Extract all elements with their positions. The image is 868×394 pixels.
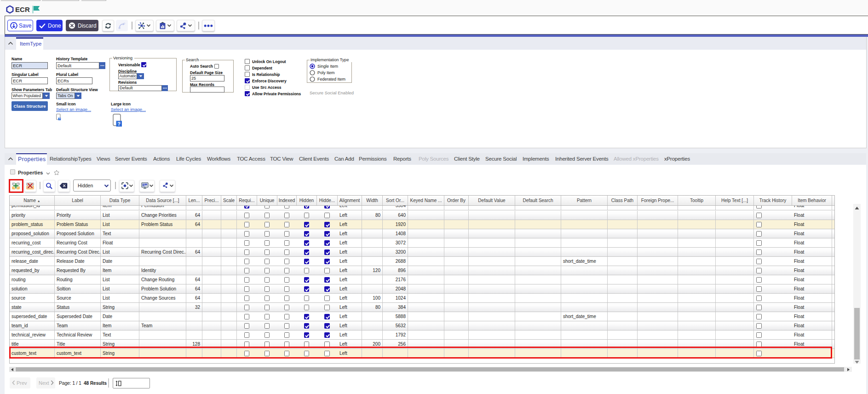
svg-text:?: ? (117, 121, 121, 127)
